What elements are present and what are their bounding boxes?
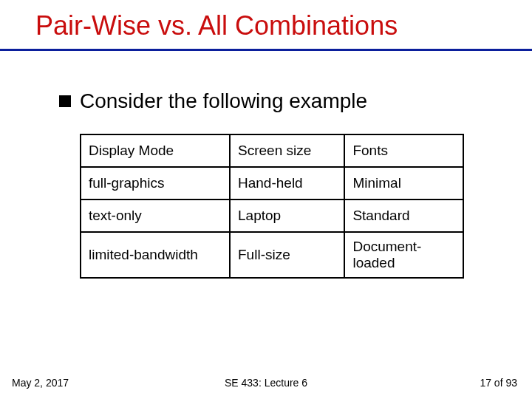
example-table: Display Mode Screen size Fonts full-grap… (80, 134, 464, 279)
header-cell: Fonts (344, 134, 463, 167)
square-bullet-icon (59, 95, 71, 107)
cell: text-only (81, 200, 230, 232)
cell: Laptop (230, 200, 344, 232)
cell: Hand-held (230, 167, 344, 200)
cell: limited-bandwidth (81, 232, 230, 278)
header-cell: Display Mode (81, 134, 230, 167)
cell: Standard (344, 200, 463, 232)
cell: Minimal (344, 167, 463, 200)
bullet-item: Consider the following example (59, 89, 502, 113)
combinations-table: Display Mode Screen size Fonts full-grap… (80, 134, 464, 279)
footer-course: SE 433: Lecture 6 (225, 377, 307, 389)
bullet-text: Consider the following example (80, 89, 367, 113)
cell: Document-loaded (344, 232, 463, 278)
header-cell: Screen size (230, 134, 344, 167)
footer-page: 17 of 93 (480, 377, 517, 389)
table-row: text-only Laptop Standard (81, 200, 463, 232)
cell: Full-size (230, 232, 344, 278)
table-row: Display Mode Screen size Fonts (81, 134, 463, 167)
slide-title: Pair-Wise vs. All Combinations (0, 0, 532, 46)
slide-body: Consider the following example Display M… (0, 51, 532, 279)
table-row: full-graphics Hand-held Minimal (81, 167, 463, 200)
slide: Pair-Wise vs. All Combinations Consider … (0, 0, 532, 399)
table-row: limited-bandwidth Full-size Document-loa… (81, 232, 463, 278)
footer-date: May 2, 2017 (12, 377, 69, 389)
cell: full-graphics (81, 167, 230, 200)
